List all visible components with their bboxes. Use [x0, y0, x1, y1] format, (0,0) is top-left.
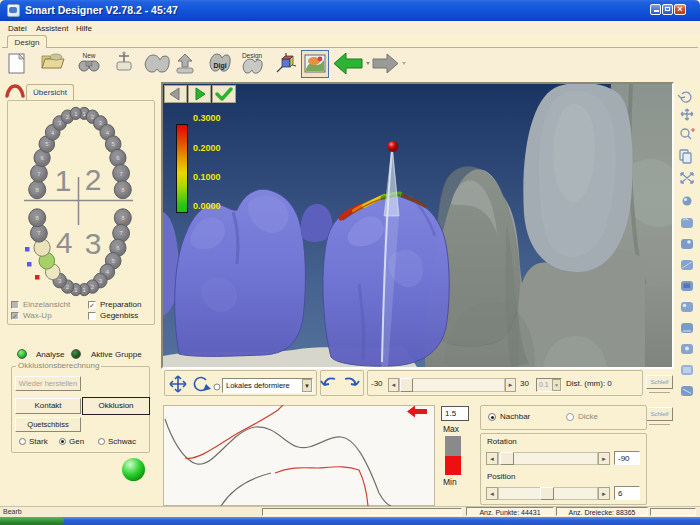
svg-text:2: 2	[85, 163, 102, 196]
svg-text:Digi: Digi	[213, 62, 226, 70]
svg-text:4: 4	[56, 226, 73, 259]
svg-text:New: New	[82, 52, 95, 59]
svg-text:3: 3	[85, 227, 102, 260]
svg-text:1: 1	[55, 164, 72, 197]
